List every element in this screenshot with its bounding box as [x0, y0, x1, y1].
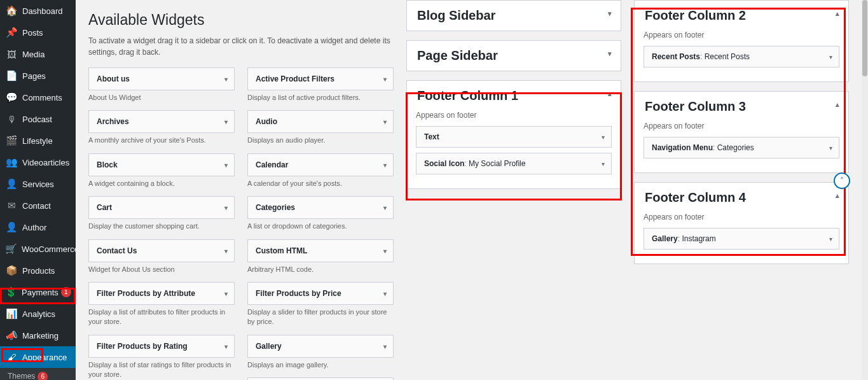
sidebar-item-posts[interactable]: 📌Posts	[0, 22, 76, 43]
scrollbar[interactable]	[862, 0, 868, 380]
area-subtitle: Appears on footer	[644, 122, 839, 130]
area-toggle[interactable]: Footer Column 2	[635, 1, 848, 31]
menu-label: Marketing	[22, 331, 59, 341]
sidebar-item-payments[interactable]: 💲Payments1	[0, 281, 76, 303]
widget-area: Footer Column 3Appears on footerNavigati…	[634, 91, 849, 173]
widget-description: Display the customer shopping cart.	[88, 222, 235, 231]
submenu-themes[interactable]: Themes6	[0, 368, 76, 380]
available-widget[interactable]: Calendar	[247, 153, 394, 176]
menu-icon: 🖌	[5, 351, 18, 363]
menu-label: Payments	[22, 288, 59, 297]
available-widget[interactable]: Filter Products by Price	[247, 282, 394, 305]
sidebar-item-products[interactable]: 📦Products	[0, 260, 76, 281]
sidebar-item-comments[interactable]: 💬Comments	[0, 87, 76, 108]
area-body: Appears on footerRecent Posts: Recent Po…	[635, 31, 848, 81]
available-widget[interactable]: About us	[88, 67, 235, 90]
available-widget[interactable]: Filter Products by Rating	[88, 335, 235, 358]
menu-icon: 🛒	[5, 243, 17, 255]
sidebar-item-dashboard[interactable]: 🏠Dashboard	[0, 0, 76, 22]
menu-icon: 📦	[5, 264, 18, 277]
available-widget[interactable]: Gallery	[247, 335, 394, 358]
sidebar-item-services[interactable]: 👤Services	[0, 173, 76, 195]
sidebar-item-author[interactable]: 👤Author	[0, 216, 76, 238]
menu-label: Contact	[22, 201, 51, 211]
widget-description: A calendar of your site's posts.	[247, 179, 394, 188]
menu-icon: 🖼	[5, 48, 18, 60]
available-widget[interactable]: Filter Products by Attribute	[88, 282, 235, 305]
widget-description: Arbitrary HTML code.	[247, 265, 394, 274]
menu-icon: 📌	[5, 26, 18, 39]
available-widget[interactable]: Active Product Filters	[247, 67, 394, 90]
area-subtitle: Appears on footer	[644, 213, 839, 222]
widget-description: Displays an image gallery.	[247, 360, 394, 370]
sidebar-item-analytics[interactable]: 📊Analytics	[0, 303, 76, 325]
placed-widget[interactable]: Social Icon: My Social Profile	[416, 153, 612, 174]
placed-widget[interactable]: Text	[416, 126, 612, 148]
menu-label: Posts	[22, 28, 43, 38]
menu-icon: 👤	[5, 178, 18, 190]
badge: 6	[38, 372, 48, 380]
area-toggle[interactable]: Footer Column 1	[407, 81, 621, 111]
sidebar-item-media[interactable]: 🖼Media	[0, 43, 76, 65]
menu-icon: 🏠	[5, 4, 18, 17]
menu-label: Videoarticles	[22, 158, 69, 167]
scroll-top-button[interactable]: ˄	[834, 172, 850, 189]
menu-icon: ✉	[5, 199, 18, 212]
placed-widget[interactable]: Gallery: Instagram	[644, 228, 839, 250]
menu-label: Comments	[22, 93, 62, 102]
menu-icon: 📄	[5, 69, 18, 82]
widget-area: Footer Column 4Appears on footerGallery:…	[634, 182, 849, 264]
sidebar-item-videoarticles[interactable]: 👥Videoarticles	[0, 151, 76, 173]
menu-label: Lifestyle	[22, 136, 53, 146]
menu-icon: 📣	[5, 329, 18, 342]
menu-icon: 👤	[5, 221, 18, 234]
menu-label: Appearance	[22, 353, 67, 362]
menu-label: Podcast	[22, 115, 52, 124]
widget-description: Displays an audio player.	[247, 136, 394, 145]
menu-icon: 🎬	[5, 134, 18, 147]
page-description: To activate a widget drag it to a sideba…	[88, 35, 394, 58]
available-widget[interactable]: Archives	[88, 110, 235, 133]
sidebar-item-contact[interactable]: ✉Contact	[0, 195, 76, 216]
menu-icon: 💲	[5, 286, 17, 299]
sidebar-item-pages[interactable]: 📄Pages	[0, 65, 76, 87]
available-widget[interactable]: Block	[88, 153, 235, 176]
available-widget[interactable]: Meta	[247, 377, 394, 380]
main-content: Available Widgets To activate a widget d…	[76, 0, 862, 380]
menu-label: Pages	[22, 71, 46, 81]
placed-widget[interactable]: Recent Posts: Recent Posts	[644, 46, 839, 67]
menu-label: Media	[22, 50, 45, 59]
widget-area: Blog Sidebar	[406, 0, 621, 31]
widget-description: A list or dropdown of categories.	[247, 222, 394, 231]
available-widget[interactable]: Custom HTML	[247, 239, 394, 262]
widget-description: A widget containing a block.	[88, 179, 235, 188]
widget-description: Display a list of active product filters…	[247, 93, 394, 102]
sidebar-item-podcast[interactable]: 🎙Podcast	[0, 108, 76, 130]
sidebar-item-woocommerce[interactable]: 🛒WooCommerce	[0, 238, 76, 260]
widget-description: About Us Widget	[88, 93, 235, 102]
menu-icon: 👥	[5, 156, 18, 169]
sidebar-item-lifestyle[interactable]: 🎬Lifestyle	[0, 130, 76, 151]
area-subtitle: Appears on footer	[416, 111, 612, 120]
area-toggle[interactable]: Footer Column 4	[635, 183, 848, 213]
admin-sidebar: 🏠Dashboard📌Posts🖼Media📄Pages💬Comments🎙Po…	[0, 0, 76, 380]
sidebar-item-marketing[interactable]: 📣Marketing	[0, 325, 76, 346]
menu-label: Dashboard	[22, 6, 63, 16]
available-widget[interactable]: Audio	[247, 110, 394, 133]
area-toggle[interactable]: Footer Column 3	[635, 92, 848, 122]
sidebar-item-appearance[interactable]: 🖌Appearance	[0, 346, 76, 368]
area-toggle[interactable]: Page Sidebar	[407, 41, 621, 71]
page-title: Available Widgets	[88, 11, 394, 29]
widget-description: Display a list of star ratings to filter…	[88, 360, 235, 380]
menu-label: Services	[22, 179, 54, 189]
available-widget[interactable]: Contact Us	[88, 239, 235, 262]
available-widget[interactable]: Cart	[88, 196, 235, 219]
placed-widget[interactable]: Navigation Menu: Categories	[644, 137, 839, 158]
available-widget[interactable]: Categories	[247, 196, 394, 219]
menu-label: Author	[22, 223, 46, 232]
widget-area: Footer Column 1Appears on footerTextSoci…	[406, 80, 621, 189]
area-toggle[interactable]: Blog Sidebar	[407, 1, 621, 31]
widget-description: Display a list of attributes to filter p…	[88, 307, 235, 327]
badge: 1	[61, 287, 71, 297]
menu-label: Products	[22, 266, 55, 276]
